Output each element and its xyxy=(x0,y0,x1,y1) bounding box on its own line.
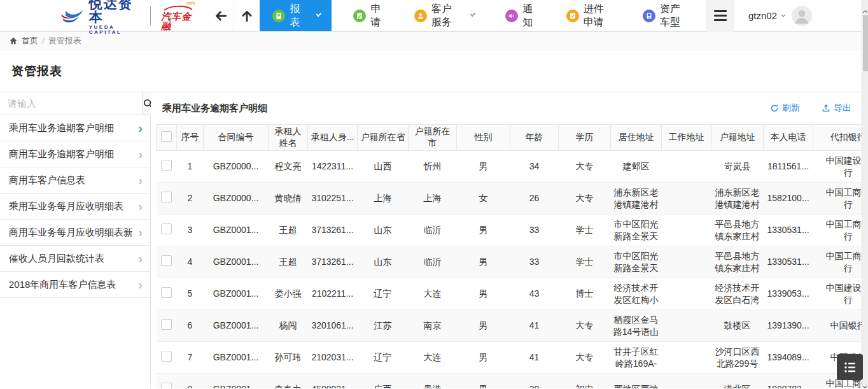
cell-value: 男 xyxy=(479,320,488,330)
sidebar-item-乘用车业务每月应收明细表[interactable]: 乘用车业务每月应收明细表› xyxy=(0,194,150,220)
row-checkbox[interactable] xyxy=(161,287,172,298)
cell-value: 沙河口区西北路299号 xyxy=(715,346,760,369)
cell-value: 8 xyxy=(188,384,193,388)
cell-value: 1582100... xyxy=(767,193,809,203)
table-row[interactable]: 6GBZ0001...杨闯3201061...江苏南京男41大专栖霞区金马路14… xyxy=(157,310,868,342)
cell-value: 3713261... xyxy=(311,257,353,267)
export-button[interactable]: 导出 xyxy=(822,103,851,114)
brand-name-cn: 悦达资本 xyxy=(89,0,141,24)
column-header-承租人身...: 承租人身... xyxy=(308,125,358,151)
cell-value: 3102251... xyxy=(311,193,353,203)
cell-value: 26 xyxy=(529,193,540,203)
avatar[interactable] xyxy=(792,6,812,26)
sidebar-item-商用车业务每月应收明细表新[interactable]: 商用车业务每月应收明细表新› xyxy=(0,220,150,246)
cell-value: 大连 xyxy=(424,288,442,299)
nav-tab-客户服务[interactable]: 客户服务 xyxy=(402,0,486,31)
cell-value: 山西 xyxy=(374,161,392,171)
refresh-button[interactable]: 刷新 xyxy=(770,103,800,114)
cell-value: 博士 xyxy=(576,288,594,299)
breadcrumb-current: 资管报表 xyxy=(48,35,81,46)
chevron-down-icon xyxy=(781,13,785,17)
row-checkbox[interactable] xyxy=(161,351,172,362)
cell-value: 7 xyxy=(188,352,193,362)
column-header-户籍所在市: 户籍所在市 xyxy=(409,125,457,151)
menu-toggle-button[interactable] xyxy=(706,0,734,32)
cell-value: 经济技术开发区红梅小 xyxy=(614,283,659,305)
table-row[interactable]: 5GBZ0001...娄小强2102211...辽宁大连男43博士经济技术开发区… xyxy=(157,278,868,310)
cell-value: 临沂 xyxy=(424,257,442,267)
row-checkbox[interactable] xyxy=(161,255,172,266)
nav-tab-label: 申请 xyxy=(370,3,382,29)
select-all-checkbox[interactable] xyxy=(161,131,172,142)
user-menu[interactable]: gtzn02 xyxy=(748,10,784,21)
cell-value: 1422311... xyxy=(312,161,353,171)
sidebar-item-催收人员月回款统计表[interactable]: 催收人员月回款统计表› xyxy=(0,246,150,272)
scrollbar-up-icon[interactable] xyxy=(863,5,868,10)
cell-value: 6 xyxy=(188,320,193,330)
notification-icon xyxy=(505,10,518,22)
sidebar-item-乘用车业务逾期客户明细[interactable]: 乘用车业务逾期客户明细› xyxy=(0,115,150,141)
cell-value: 学士 xyxy=(576,257,594,267)
cell-value: 大专 xyxy=(576,161,594,171)
nav-tab-报表[interactable]: 报表 xyxy=(260,0,332,31)
cell-value: 4 xyxy=(188,257,193,267)
cell-value: 男 xyxy=(479,225,488,235)
search-input[interactable] xyxy=(0,92,142,115)
table-row[interactable]: 2GBZ0000...黄晓倩3102251...上海上海女26大专浦东新区老港镇… xyxy=(157,183,868,215)
table-container: 序号合同编号承租人姓名承租人身...户籍所在省户籍所在市性别年龄学历居住地址工作… xyxy=(151,124,868,388)
cell-value: 杨闯 xyxy=(279,320,297,330)
cell-value: 2102211... xyxy=(312,288,353,299)
cell-value: 平邑县地方镇东家庄村 xyxy=(715,251,760,273)
row-checkbox[interactable] xyxy=(161,192,172,202)
scrollbar-down-icon[interactable] xyxy=(863,379,868,384)
scrollbar-thumb[interactable] xyxy=(863,15,868,71)
chevron-right-icon: › xyxy=(138,200,143,213)
chevron-down-icon xyxy=(316,11,321,16)
cell-value: 甘井子区红岭路169A- xyxy=(614,346,659,369)
sidebar-item-商用车业务逾期客户明细[interactable]: 商用车业务逾期客户明细› xyxy=(0,141,150,167)
cell-value: 1330531... xyxy=(767,257,809,267)
scroll-top-button[interactable] xyxy=(234,0,260,31)
row-checkbox[interactable] xyxy=(161,319,172,330)
nav-tab-通知[interactable]: 通知 xyxy=(493,0,547,31)
sidebar-search xyxy=(0,92,150,115)
column-header-户籍所在省: 户籍所在省 xyxy=(358,125,409,151)
cell-value: 贵港 xyxy=(424,384,442,388)
column-header-居住地址: 居住地址 xyxy=(611,125,662,151)
cell-value: 女 xyxy=(479,193,488,203)
back-button[interactable] xyxy=(208,0,234,31)
cell-value: 孙可玮 xyxy=(275,352,302,362)
table-row[interactable]: 3GBZ0001...王超3713261...山东临沂男33学士市中区阳光新路全… xyxy=(157,215,868,246)
cell-value: 李春力 xyxy=(275,384,302,388)
row-checkbox[interactable] xyxy=(161,223,172,234)
table-row[interactable]: 1GBZ0000...程文亮1422311...山西忻州男34大专建邺区岢岚县1… xyxy=(157,151,868,183)
quick-menu-button[interactable] xyxy=(837,354,863,380)
column-header-户籍地址: 户籍地址 xyxy=(711,125,764,151)
row-checkbox[interactable] xyxy=(161,383,172,389)
cell-value: 学士 xyxy=(576,225,594,235)
cell-value: 建邺区 xyxy=(623,161,650,171)
row-checkbox[interactable] xyxy=(161,160,172,171)
vertical-scrollbar[interactable] xyxy=(862,0,868,389)
cell-value: 王超 xyxy=(279,225,297,235)
cell-value: 中国银行 xyxy=(830,320,866,332)
cell-value: 1811561... xyxy=(767,161,809,171)
cell-value: 34 xyxy=(529,161,540,171)
cell-value: 港北区 xyxy=(724,384,751,388)
cell-value: 43 xyxy=(529,288,540,299)
nav-tab-申请[interactable]: 申请 xyxy=(340,0,395,31)
table-row[interactable]: 8GBZ0001...李春力4508021...广西贵港男39初中覃塘区覃塘港北… xyxy=(157,374,868,389)
sidebar-item-商用车客户信息表[interactable]: 商用车客户信息表› xyxy=(0,167,150,194)
table-row[interactable]: 4GBZ0001...王超3713261...山东临沂男33学士市中区阳光新路全… xyxy=(157,246,868,278)
app-window: 悦达资本 YUEDA CAPITAL auto 汽车金融 xyxy=(0,0,868,389)
nav-tab-资产车型[interactable]: 资产车型 xyxy=(630,0,700,31)
nav-tab-进件申请[interactable]: 进件申请 xyxy=(554,0,624,31)
breadcrumb-home[interactable]: 首页 xyxy=(22,35,38,46)
column-header-年龄: 年龄 xyxy=(510,125,559,151)
cell-value: 鼓楼区 xyxy=(724,320,751,330)
chevron-right-icon: › xyxy=(138,226,143,239)
cell-value: 程文亮 xyxy=(275,161,302,171)
sidebar-item-2018年商用车客户信息表[interactable]: 2018年商用车客户信息表› xyxy=(0,272,150,298)
table-row[interactable]: 7GBZ0001...孙可玮2102031...辽宁大连男41大专甘井子区红岭路… xyxy=(157,342,868,374)
asset-vehicle-icon xyxy=(643,10,655,22)
